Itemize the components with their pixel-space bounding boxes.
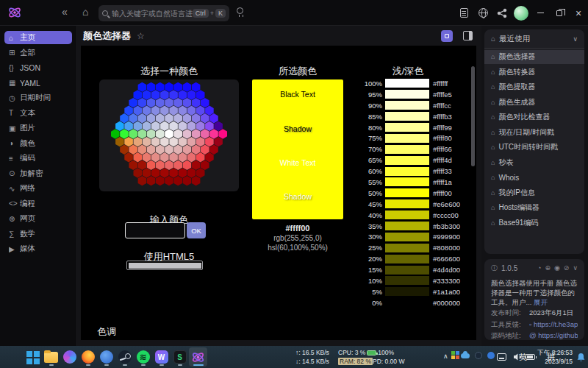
network-speed[interactable]: ↑: 16.5 KB/s ↓: 14.5 KB/s [295,348,329,366]
shade-swatch[interactable] [385,233,429,241]
taskbar-app-wapp[interactable]: W [152,347,171,367]
shade-swatch[interactable] [385,112,429,121]
tray-overflow-chevron[interactable]: ∧ [443,353,448,360]
recent-item[interactable]: ⌂ 秒表 [484,155,584,169]
panel-toggle-icon[interactable] [463,31,473,40]
search-input[interactable] [112,10,193,18]
sidebar-item-image[interactable]: ▣ 图片 [4,121,72,135]
recent-item[interactable]: ⌂ 颜色生成器 [484,95,584,109]
sidebar-item-apps[interactable]: ⊞ 全部 [4,46,72,60]
taskbar-app-steam[interactable] [115,347,134,367]
shade-swatch[interactable] [385,188,429,197]
notification-bell-icon[interactable] [576,353,586,363]
sidebar-item-json[interactable]: {} JSON [4,61,72,74]
sidebar-item-network[interactable]: ∿ 网络 [4,182,72,195]
taskbar-app-start[interactable] [24,347,42,367]
window-restore-button[interactable] [550,0,569,26]
shade-swatch[interactable] [385,210,429,219]
recent-item[interactable]: ⌂ 颜色转换器 [484,65,584,79]
system-stats[interactable]: CPU: 3 %100% RAM: 82 %PD: 0.00 W [338,348,404,366]
scrollbar-thumb[interactable] [471,66,475,166]
taskbar-app-spotify[interactable]: ≋ [134,347,152,367]
hex-color-wheel[interactable] [104,82,234,189]
browser-icon[interactable] [473,0,492,26]
recent-item[interactable]: ⌂ 现在/日期/时间戳 [484,125,584,139]
taskbar-clock[interactable]: 下午 8:26:53 2023/9/15 [537,348,573,366]
recent-item[interactable]: ⌂ 颜色提取器 [484,80,584,94]
cloud-tray-icon[interactable] [461,353,470,358]
web-icon[interactable]: ⊕ [545,264,551,272]
taskbar-app-he3[interactable] [189,347,207,367]
taskbar-app-copilot[interactable] [60,347,79,367]
ok-button[interactable]: OK [187,222,206,238]
history-icon[interactable]: ◔ [537,264,541,272]
taskbar-app-firefox[interactable] [79,347,97,367]
home-icon[interactable]: ⌂ [82,6,88,18]
html5-color-input[interactable] [126,261,203,270]
check-icon[interactable]: ⊘ [564,264,570,272]
info-row-value[interactable]: 2023年6月1日 [529,307,573,319]
shade-swatch[interactable] [385,244,429,252]
tasklist-icon[interactable] [454,0,473,26]
info-row-value[interactable]: ▫ https://t.he3app.co... [529,319,578,330]
shade-swatch[interactable] [385,156,429,165]
shade-swatch[interactable] [385,287,429,296]
sidebar-item-yaml[interactable]: ▦ YAML [4,77,72,90]
expand-link[interactable]: 展开 [534,298,548,306]
shade-swatch[interactable] [385,134,429,143]
taskbar-app-explorer[interactable] [42,347,60,367]
taskbar-app-sapp[interactable]: S [171,347,189,367]
shade-swatch[interactable] [385,145,429,154]
pin-badge-icon[interactable] [441,30,453,42]
shade-swatch[interactable] [385,298,429,307]
tips-lightbulb-icon[interactable] [237,7,243,14]
recent-item[interactable]: ⌂ 颜色对比检查器 [484,110,584,124]
recent-item[interactable]: ⌂ Base91编码 [484,216,584,230]
favorite-star-icon[interactable]: ☆ [137,31,145,41]
sidebar-item-color[interactable]: ◑ 颜色 [4,137,72,150]
shade-swatch[interactable] [385,222,429,230]
taskbar-app-blueapp[interactable] [97,347,115,367]
sidebar-collapse-icon[interactable]: « [62,6,68,18]
sidebar-item-media[interactable]: ▶ 媒体 [4,242,72,255]
shade-swatch[interactable] [385,177,429,186]
shade-swatch[interactable] [385,255,429,263]
recent-item[interactable]: ⌂ 我的IP信息 [484,185,584,199]
github-icon[interactable]: ◉ [554,264,560,272]
sidebar-item-encode[interactable]: ≡ 编码 [4,152,72,165]
window-close-button[interactable]: × [569,0,588,26]
battery-tray-icon[interactable] [526,354,535,360]
chevron-down-icon[interactable]: ∨ [573,35,578,43]
recent-item[interactable]: ⌂ 颜色选择器 [484,50,584,64]
touch-keyboard-icon[interactable] [497,353,506,361]
shade-swatch[interactable] [385,266,429,275]
volume-muted-icon[interactable] [513,353,523,361]
window-minimize-button[interactable] [531,0,550,26]
sidebar-item-home[interactable]: ⌂ 主页 [4,31,72,44]
shade-swatch[interactable] [385,167,429,176]
sidebar-item-text[interactable]: T 文本 [4,107,72,120]
user-avatar[interactable] [512,0,531,26]
sidebar-item-datetime[interactable]: ◷ 日期时间 [4,91,72,105]
sidebar-item-math[interactable]: ∑ 数学 [4,227,72,241]
recent-item[interactable]: ⌂ UTC时间转时间戳 [484,141,584,155]
sidebar-item-web[interactable]: ⊕ 网页 [4,212,72,225]
shade-swatch[interactable] [385,101,429,110]
tray-app-icon[interactable] [487,352,495,359]
shade-swatch[interactable] [385,276,429,285]
sidebar-item-crypto[interactable]: ⊙ 加解密 [4,167,72,180]
sidebar-item-code[interactable]: <> 编程 [4,197,72,210]
search-box[interactable]: Ctrl + K [98,5,229,21]
shade-swatch[interactable] [385,123,429,132]
shade-swatch[interactable] [385,79,429,88]
recent-header[interactable]: ⌂ 最近使用 ∨ [484,29,584,49]
share-icon[interactable] [492,0,512,26]
steam-tray-icon[interactable] [475,352,482,359]
info-row-value[interactable]: @ https://github.com... [529,330,578,340]
color-input[interactable] [125,222,185,238]
recent-item[interactable]: ⌂ Whois [484,171,584,185]
shade-swatch[interactable] [385,199,429,208]
shade-swatch[interactable] [385,90,429,99]
recent-item[interactable]: ⌂ Hosts编辑器 [484,201,584,215]
chevron-down-icon[interactable]: ∨ [573,264,578,272]
